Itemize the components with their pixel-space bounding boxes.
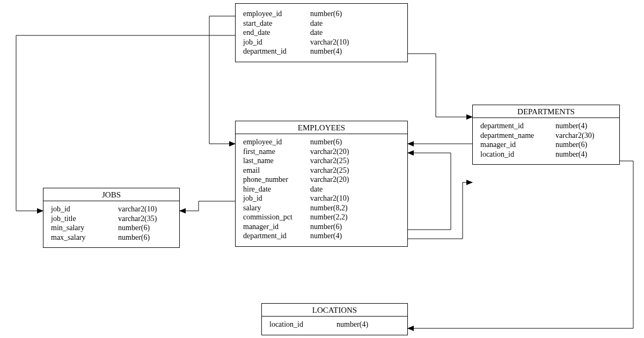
column-type: number(6) [310,222,402,232]
column-row: job_idvarchar2(10) [243,194,402,203]
column-row: phone_numbervarchar2(20) [243,175,402,185]
column-name: department_id [480,121,555,131]
column-name: department_id [243,47,310,56]
column-type: number(6) [310,137,402,147]
column-row: department_idnumber(4) [243,231,402,241]
entity-job-history-columns: employee_idnumber(6) start_datedate end_… [236,4,407,62]
column-name: manager_id [243,222,310,232]
rel-employees-jobs [180,201,235,211]
entity-employees: EMPLOYEES employee_idnumber(6) first_nam… [235,121,408,247]
entity-jobs-title: JOBS [43,188,179,201]
column-name: commission_pct [243,212,310,222]
rel-jobhistory-employees [209,16,235,144]
column-row: start_datedate [243,19,402,28]
column-type: number(6) [555,140,614,150]
column-row: employee_idnumber(6) [243,9,402,19]
entity-departments-columns: department_idnumber(4) department_nameva… [473,118,619,164]
column-type: number(4) [310,231,402,241]
column-row: department_idnumber(4) [480,121,614,131]
column-row: salarynumber(8,2) [243,203,402,213]
column-name: job_title [51,214,118,224]
column-name: location_id [269,320,336,329]
column-type: number(4) [555,121,614,131]
column-row: department_namevarchar2(30) [480,131,614,141]
column-row: last_namevarchar2(25) [243,156,402,166]
column-row: manager_idnumber(6) [480,140,614,150]
entity-employees-columns: employee_idnumber(6) first_namevarchar2(… [236,134,407,246]
column-name: max_salary [51,233,118,243]
column-type: number(4) [310,47,402,56]
column-name: department_name [480,131,555,141]
column-name: end_date [243,28,310,38]
column-name: job_id [51,204,118,214]
rel-jobhistory-departments [408,54,472,117]
column-row: employee_idnumber(6) [243,137,402,147]
rel-employees-departments [408,182,472,239]
column-type: varchar2(20) [310,175,402,185]
column-name: phone_number [243,175,310,185]
column-type: number(8,2) [310,203,402,213]
entity-jobs-columns: job_idvarchar2(10) job_titlevarchar2(35)… [43,201,179,247]
column-type: number(6) [310,9,402,19]
rel-departments-locations [408,161,633,328]
entity-locations-title: LOCATIONS [262,304,407,317]
column-row: hire_datedate [243,185,402,194]
column-name: start_date [243,19,310,28]
column-row: commission_pctnumber(2,2) [243,212,402,222]
column-row: location_idnumber(4) [269,320,402,329]
entity-departments-title: DEPARTMENTS [473,105,619,118]
column-row: department_idnumber(4) [243,47,402,56]
column-row: manager_idnumber(6) [243,222,402,232]
column-name: last_name [243,156,310,166]
column-name: department_id [243,231,310,241]
column-row: min_salarynumber(6) [51,223,174,233]
entity-locations: LOCATIONS location_idnumber(4) [261,303,408,335]
column-name: employee_id [243,137,310,147]
column-name: email [243,166,310,175]
rel-employees-self-manager [408,153,451,230]
column-name: first_name [243,147,310,157]
column-type: number(6) [118,233,174,243]
column-name: min_salary [51,223,118,233]
entity-locations-columns: location_idnumber(4) [262,317,407,335]
column-type: number(6) [118,223,174,233]
column-row: job_idvarchar2(10) [51,204,174,214]
entity-employees-title: EMPLOYEES [236,121,407,134]
column-type: number(4) [555,150,614,159]
column-name: location_id [480,150,555,159]
column-type: varchar2(35) [118,214,174,224]
column-name: employee_id [243,9,310,19]
entity-jobs: JOBS job_idvarchar2(10) job_titlevarchar… [43,188,180,248]
column-name: hire_date [243,185,310,194]
column-name: manager_id [480,140,555,150]
column-type: varchar2(20) [310,147,402,157]
column-row: max_salarynumber(6) [51,233,174,243]
column-type: date [310,19,402,28]
rel-jobhistory-jobs [16,35,235,211]
column-row: end_datedate [243,28,402,38]
column-name: salary [243,203,310,213]
column-type: varchar2(10) [310,194,402,203]
entity-job-history: employee_idnumber(6) start_datedate end_… [235,3,408,62]
column-type: date [310,185,402,194]
column-row: first_namevarchar2(20) [243,147,402,157]
column-row: emailvarchar2(25) [243,166,402,175]
column-type: varchar2(30) [555,131,614,141]
column-type: number(2,2) [310,212,402,222]
column-row: job_idvarchar2(10) [243,38,402,47]
column-row: location_idnumber(4) [480,150,614,159]
column-name: job_id [243,38,310,47]
column-type: varchar2(10) [118,204,174,214]
column-type: number(4) [336,320,402,329]
column-type: varchar2(10) [310,38,402,47]
column-type: varchar2(25) [310,156,402,166]
column-name: job_id [243,194,310,203]
column-type: date [310,28,402,38]
column-type: varchar2(25) [310,166,402,175]
entity-departments: DEPARTMENTS department_idnumber(4) depar… [472,105,620,165]
column-row: job_titlevarchar2(35) [51,214,174,224]
